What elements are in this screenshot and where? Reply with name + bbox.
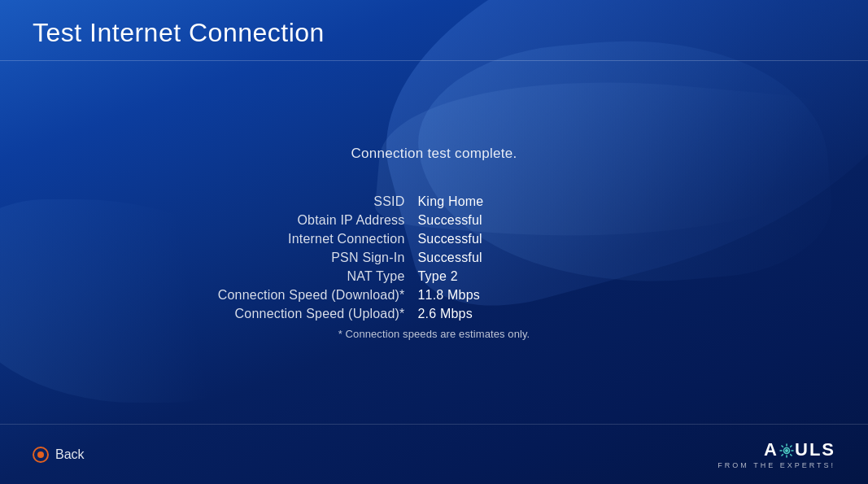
result-label: SSID <box>190 194 418 209</box>
results-table: SSIDKing HomeObtain IP AddressSuccessful… <box>190 194 678 321</box>
logo-main-text: A ULS <box>718 439 835 460</box>
logo-a: A <box>764 439 779 460</box>
result-value: Successful <box>418 213 482 228</box>
page-title: Test Internet Connection <box>33 18 835 48</box>
table-row: Connection Speed (Upload)*2.6 Mbps <box>190 307 678 321</box>
back-label: Back <box>55 447 85 462</box>
result-label: PSN Sign-In <box>190 251 418 265</box>
svg-point-1 <box>785 449 788 452</box>
logo-subtitle: FROM THE EXPERTS! <box>718 461 835 469</box>
back-button[interactable]: Back <box>33 447 85 463</box>
result-value: Type 2 <box>418 269 458 284</box>
result-value: Successful <box>418 251 482 265</box>
table-row: Obtain IP AddressSuccessful <box>190 213 678 228</box>
table-row: Connection Speed (Download)*11.8 Mbps <box>190 288 678 303</box>
gear-icon <box>779 443 794 458</box>
result-value: Successful <box>418 232 482 246</box>
header: Test Internet Connection <box>0 0 868 61</box>
footer: Back A ULS FROM THE EXPERTS! <box>0 424 868 484</box>
result-value: 2.6 Mbps <box>418 307 473 321</box>
table-row: Internet ConnectionSuccessful <box>190 232 678 246</box>
logo-area: A ULS FROM THE EXPERTS! <box>718 439 835 469</box>
circle-back-icon-inner <box>37 451 44 458</box>
logo-gear-icon <box>779 439 795 460</box>
table-row: SSIDKing Home <box>190 194 678 209</box>
result-label: Connection Speed (Download)* <box>190 288 418 303</box>
circle-back-icon <box>33 447 49 463</box>
result-label: Obtain IP Address <box>190 213 418 228</box>
main-content: Connection test complete. SSIDKing HomeO… <box>0 61 868 424</box>
result-label: NAT Type <box>190 269 418 284</box>
result-value: 11.8 Mbps <box>418 288 481 303</box>
content-container: Test Internet Connection Connection test… <box>0 0 868 484</box>
status-message: Connection test complete. <box>351 146 517 162</box>
disclaimer-text: * Connection speeds are estimates only. <box>338 328 530 340</box>
table-row: PSN Sign-InSuccessful <box>190 251 678 265</box>
result-value: King Home <box>418 194 484 209</box>
table-row: NAT TypeType 2 <box>190 269 678 284</box>
result-label: Connection Speed (Upload)* <box>190 307 418 321</box>
result-label: Internet Connection <box>190 232 418 246</box>
logo-puls: ULS <box>795 439 835 460</box>
